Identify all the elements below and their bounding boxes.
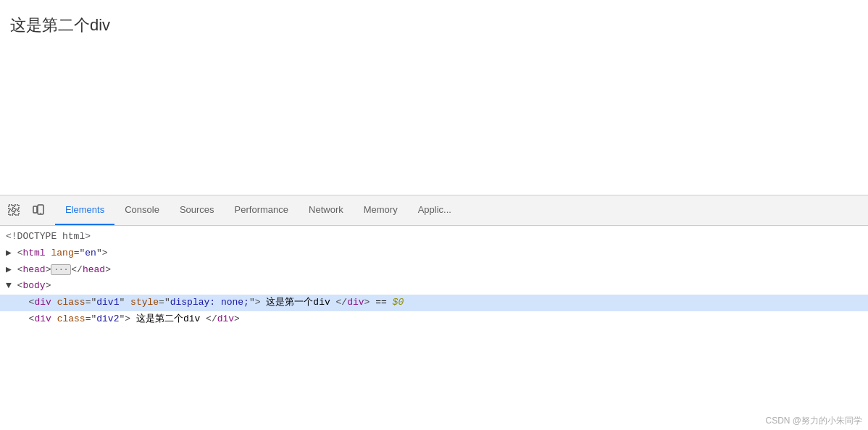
tab-performance[interactable]: Performance — [225, 195, 299, 225]
tab-memory[interactable]: Memory — [354, 195, 408, 225]
code-body-open: ▼ <body> — [0, 278, 868, 295]
svg-rect-3 — [14, 211, 19, 215]
page-display-text: 这是第二个div — [10, 14, 110, 36]
tab-sources[interactable]: Sources — [170, 195, 225, 225]
svg-rect-2 — [9, 211, 13, 215]
svg-rect-0 — [9, 205, 13, 209]
svg-rect-1 — [14, 205, 19, 209]
devtools-toolbar: Elements Console Sources Performance Net… — [0, 195, 868, 226]
tab-application[interactable]: Applic... — [408, 195, 462, 225]
tab-network[interactable]: Network — [299, 195, 354, 225]
code-doctype: <!DOCTYPE html> — [0, 229, 868, 245]
tab-console[interactable]: Console — [114, 195, 170, 225]
svg-point-5 — [40, 212, 41, 213]
code-html-tag: ▶ <html lang="en"> — [0, 245, 868, 262]
devtools-panel: Elements Console Sources Performance Net… — [0, 195, 868, 430]
code-head: ▶ <head>···</head> — [0, 262, 868, 279]
tab-elements[interactable]: Elements — [55, 195, 114, 225]
device-toggle-icon[interactable] — [28, 199, 51, 222]
code-div2[interactable]: <div class="div2"> 这是第二个div </div> — [0, 311, 868, 328]
devtools-tabs: Elements Console Sources Performance Net… — [55, 195, 462, 225]
devtools-code-panel[interactable]: <!DOCTYPE html> ▶ <html lang="en"> ▶ <he… — [0, 226, 868, 430]
code-div1[interactable]: <div class="div1" style="display: none;"… — [0, 295, 868, 311]
inspect-icon[interactable] — [3, 199, 26, 222]
svg-rect-6 — [33, 206, 37, 213]
browser-content: 这是第二个div — [0, 0, 868, 195]
csdn-watermark: CSDN @努力的小朱同学 — [765, 415, 862, 427]
